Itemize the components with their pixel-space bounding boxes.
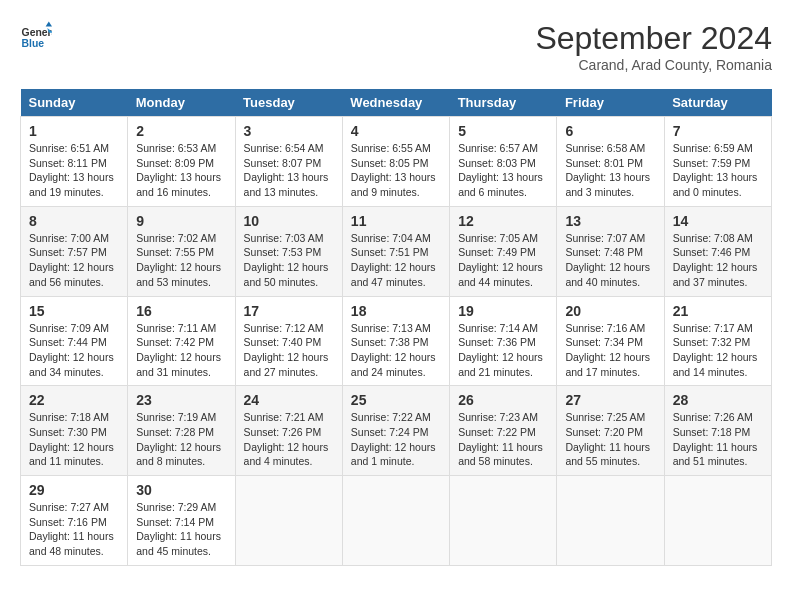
calendar-week-row: 8Sunrise: 7:00 AMSunset: 7:57 PMDaylight… xyxy=(21,206,772,296)
page-header: General Blue September 2024 Carand, Arad… xyxy=(20,20,772,73)
calendar-cell xyxy=(557,476,664,566)
day-number: 9 xyxy=(136,213,226,229)
day-number: 7 xyxy=(673,123,763,139)
calendar-cell: 16Sunrise: 7:11 AMSunset: 7:42 PMDayligh… xyxy=(128,296,235,386)
day-info: Sunrise: 7:09 AMSunset: 7:44 PMDaylight:… xyxy=(29,321,119,380)
day-info: Sunrise: 7:18 AMSunset: 7:30 PMDaylight:… xyxy=(29,410,119,469)
calendar-cell: 22Sunrise: 7:18 AMSunset: 7:30 PMDayligh… xyxy=(21,386,128,476)
month-title: September 2024 xyxy=(535,20,772,57)
day-info: Sunrise: 7:21 AMSunset: 7:26 PMDaylight:… xyxy=(244,410,334,469)
calendar-table: Sunday Monday Tuesday Wednesday Thursday… xyxy=(20,89,772,566)
day-number: 2 xyxy=(136,123,226,139)
svg-marker-2 xyxy=(46,22,52,27)
calendar-cell: 8Sunrise: 7:00 AMSunset: 7:57 PMDaylight… xyxy=(21,206,128,296)
calendar-cell: 19Sunrise: 7:14 AMSunset: 7:36 PMDayligh… xyxy=(450,296,557,386)
svg-text:Blue: Blue xyxy=(22,38,45,49)
calendar-week-row: 1Sunrise: 6:51 AMSunset: 8:11 PMDaylight… xyxy=(21,117,772,207)
day-info: Sunrise: 7:23 AMSunset: 7:22 PMDaylight:… xyxy=(458,410,548,469)
day-number: 25 xyxy=(351,392,441,408)
day-number: 12 xyxy=(458,213,548,229)
calendar-cell: 28Sunrise: 7:26 AMSunset: 7:18 PMDayligh… xyxy=(664,386,771,476)
day-number: 22 xyxy=(29,392,119,408)
day-number: 6 xyxy=(565,123,655,139)
day-number: 21 xyxy=(673,303,763,319)
logo-icon: General Blue xyxy=(20,20,52,52)
location-subtitle: Carand, Arad County, Romania xyxy=(535,57,772,73)
day-info: Sunrise: 7:08 AMSunset: 7:46 PMDaylight:… xyxy=(673,231,763,290)
day-info: Sunrise: 7:22 AMSunset: 7:24 PMDaylight:… xyxy=(351,410,441,469)
day-number: 24 xyxy=(244,392,334,408)
day-number: 8 xyxy=(29,213,119,229)
calendar-cell: 29Sunrise: 7:27 AMSunset: 7:16 PMDayligh… xyxy=(21,476,128,566)
calendar-cell: 2Sunrise: 6:53 AMSunset: 8:09 PMDaylight… xyxy=(128,117,235,207)
calendar-week-row: 29Sunrise: 7:27 AMSunset: 7:16 PMDayligh… xyxy=(21,476,772,566)
calendar-cell: 1Sunrise: 6:51 AMSunset: 8:11 PMDaylight… xyxy=(21,117,128,207)
day-number: 1 xyxy=(29,123,119,139)
day-info: Sunrise: 7:14 AMSunset: 7:36 PMDaylight:… xyxy=(458,321,548,380)
day-info: Sunrise: 7:03 AMSunset: 7:53 PMDaylight:… xyxy=(244,231,334,290)
day-info: Sunrise: 7:02 AMSunset: 7:55 PMDaylight:… xyxy=(136,231,226,290)
day-info: Sunrise: 7:00 AMSunset: 7:57 PMDaylight:… xyxy=(29,231,119,290)
day-number: 18 xyxy=(351,303,441,319)
day-info: Sunrise: 6:57 AMSunset: 8:03 PMDaylight:… xyxy=(458,141,548,200)
day-info: Sunrise: 6:55 AMSunset: 8:05 PMDaylight:… xyxy=(351,141,441,200)
calendar-cell: 13Sunrise: 7:07 AMSunset: 7:48 PMDayligh… xyxy=(557,206,664,296)
day-info: Sunrise: 7:16 AMSunset: 7:34 PMDaylight:… xyxy=(565,321,655,380)
calendar-cell: 5Sunrise: 6:57 AMSunset: 8:03 PMDaylight… xyxy=(450,117,557,207)
day-number: 15 xyxy=(29,303,119,319)
day-info: Sunrise: 7:07 AMSunset: 7:48 PMDaylight:… xyxy=(565,231,655,290)
day-number: 4 xyxy=(351,123,441,139)
day-number: 17 xyxy=(244,303,334,319)
calendar-cell: 9Sunrise: 7:02 AMSunset: 7:55 PMDaylight… xyxy=(128,206,235,296)
day-number: 30 xyxy=(136,482,226,498)
col-thursday: Thursday xyxy=(450,89,557,117)
day-info: Sunrise: 7:04 AMSunset: 7:51 PMDaylight:… xyxy=(351,231,441,290)
calendar-cell: 27Sunrise: 7:25 AMSunset: 7:20 PMDayligh… xyxy=(557,386,664,476)
logo: General Blue xyxy=(20,20,52,52)
calendar-cell: 4Sunrise: 6:55 AMSunset: 8:05 PMDaylight… xyxy=(342,117,449,207)
day-number: 3 xyxy=(244,123,334,139)
title-area: September 2024 Carand, Arad County, Roma… xyxy=(535,20,772,73)
col-tuesday: Tuesday xyxy=(235,89,342,117)
calendar-cell: 21Sunrise: 7:17 AMSunset: 7:32 PMDayligh… xyxy=(664,296,771,386)
day-info: Sunrise: 6:51 AMSunset: 8:11 PMDaylight:… xyxy=(29,141,119,200)
calendar-cell: 20Sunrise: 7:16 AMSunset: 7:34 PMDayligh… xyxy=(557,296,664,386)
day-number: 29 xyxy=(29,482,119,498)
day-number: 11 xyxy=(351,213,441,229)
day-number: 10 xyxy=(244,213,334,229)
calendar-cell: 25Sunrise: 7:22 AMSunset: 7:24 PMDayligh… xyxy=(342,386,449,476)
calendar-week-row: 22Sunrise: 7:18 AMSunset: 7:30 PMDayligh… xyxy=(21,386,772,476)
day-number: 19 xyxy=(458,303,548,319)
day-info: Sunrise: 7:13 AMSunset: 7:38 PMDaylight:… xyxy=(351,321,441,380)
day-info: Sunrise: 7:26 AMSunset: 7:18 PMDaylight:… xyxy=(673,410,763,469)
day-number: 20 xyxy=(565,303,655,319)
col-monday: Monday xyxy=(128,89,235,117)
calendar-week-row: 15Sunrise: 7:09 AMSunset: 7:44 PMDayligh… xyxy=(21,296,772,386)
col-friday: Friday xyxy=(557,89,664,117)
calendar-cell: 3Sunrise: 6:54 AMSunset: 8:07 PMDaylight… xyxy=(235,117,342,207)
calendar-cell: 30Sunrise: 7:29 AMSunset: 7:14 PMDayligh… xyxy=(128,476,235,566)
day-number: 16 xyxy=(136,303,226,319)
col-wednesday: Wednesday xyxy=(342,89,449,117)
day-info: Sunrise: 7:17 AMSunset: 7:32 PMDaylight:… xyxy=(673,321,763,380)
calendar-cell: 24Sunrise: 7:21 AMSunset: 7:26 PMDayligh… xyxy=(235,386,342,476)
calendar-cell: 18Sunrise: 7:13 AMSunset: 7:38 PMDayligh… xyxy=(342,296,449,386)
calendar-cell xyxy=(235,476,342,566)
day-number: 5 xyxy=(458,123,548,139)
day-number: 26 xyxy=(458,392,548,408)
calendar-cell: 26Sunrise: 7:23 AMSunset: 7:22 PMDayligh… xyxy=(450,386,557,476)
day-number: 27 xyxy=(565,392,655,408)
day-info: Sunrise: 7:25 AMSunset: 7:20 PMDaylight:… xyxy=(565,410,655,469)
col-saturday: Saturday xyxy=(664,89,771,117)
day-info: Sunrise: 7:27 AMSunset: 7:16 PMDaylight:… xyxy=(29,500,119,559)
day-info: Sunrise: 6:53 AMSunset: 8:09 PMDaylight:… xyxy=(136,141,226,200)
day-info: Sunrise: 6:59 AMSunset: 7:59 PMDaylight:… xyxy=(673,141,763,200)
calendar-cell: 12Sunrise: 7:05 AMSunset: 7:49 PMDayligh… xyxy=(450,206,557,296)
calendar-cell: 15Sunrise: 7:09 AMSunset: 7:44 PMDayligh… xyxy=(21,296,128,386)
calendar-cell: 11Sunrise: 7:04 AMSunset: 7:51 PMDayligh… xyxy=(342,206,449,296)
calendar-header-row: Sunday Monday Tuesday Wednesday Thursday… xyxy=(21,89,772,117)
col-sunday: Sunday xyxy=(21,89,128,117)
calendar-cell: 6Sunrise: 6:58 AMSunset: 8:01 PMDaylight… xyxy=(557,117,664,207)
day-info: Sunrise: 7:05 AMSunset: 7:49 PMDaylight:… xyxy=(458,231,548,290)
calendar-cell: 14Sunrise: 7:08 AMSunset: 7:46 PMDayligh… xyxy=(664,206,771,296)
